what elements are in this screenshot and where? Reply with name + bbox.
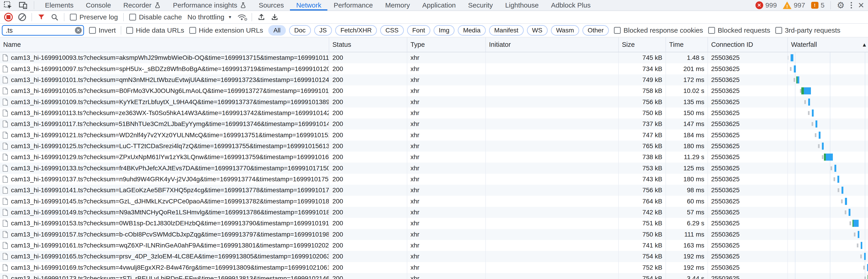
console-warnings-badge[interactable]: ! 997 [783, 1, 805, 9]
column-header-status[interactable]: Status [329, 37, 407, 52]
hide-data-urls-checkbox[interactable]: Hide data URLs [126, 27, 184, 34]
filter-pill-all[interactable]: All [268, 25, 286, 36]
document-icon [2, 153, 8, 161]
waterfall-queue-tick [864, 277, 866, 279]
table-row[interactable]: cam13_hi-1699910161.ts?checksum=wqZ6XP-I… [0, 240, 868, 251]
table-row[interactable]: cam13_hi-1699910093.ts?checksum=aksmpWhJ… [0, 52, 868, 63]
request-initiator [486, 74, 619, 85]
preserve-log-checkbox[interactable]: Preserve log [70, 13, 118, 21]
tab-console[interactable]: Console [80, 0, 117, 10]
filter-pill-other[interactable]: Other [582, 25, 609, 36]
request-connection-id: 25503625 [708, 119, 788, 129]
import-har-icon[interactable] [257, 13, 265, 21]
filter-pill-js[interactable]: JS [314, 25, 332, 36]
record-network-log-button[interactable] [4, 13, 13, 22]
tab-label: Recorder [123, 1, 151, 9]
issues-badge[interactable]: ! 5 [811, 1, 825, 9]
table-row[interactable]: cam13_hi-1699910105.ts?checksum=B0FrMo3V… [0, 85, 868, 96]
table-row[interactable]: cam13_hi-1699910137.ts?checksum=n9uhd9W4… [0, 174, 868, 185]
table-row[interactable]: cam13_hi-1699910129.ts?checksum=ZPxUxNpM… [0, 152, 868, 162]
waterfall-cell [788, 52, 868, 63]
export-har-icon[interactable] [271, 13, 279, 21]
inspect-element-icon[interactable] [4, 1, 12, 9]
filter-pill-css[interactable]: CSS [380, 25, 404, 36]
column-header-waterfall[interactable]: Waterfall ▲ [788, 37, 868, 52]
network-conditions-icon[interactable]: ⚙ [238, 13, 246, 21]
throttling-value: No throttling [187, 13, 224, 21]
column-header-type[interactable]: Type [407, 37, 486, 52]
table-row[interactable]: cam13_hi-1699910117.ts?checksum=51BNhTUe… [0, 119, 868, 129]
tab-memory[interactable]: Memory [379, 0, 416, 10]
tab-network[interactable]: Network [290, 0, 328, 10]
tab-elements[interactable]: Elements [39, 0, 80, 10]
waterfall-queue-tick [854, 232, 856, 236]
tab-adblock-plus[interactable]: Adblock Plus [545, 0, 596, 10]
table-row[interactable]: cam13_hi-1699910109.ts?checksum=KyYkETzr… [0, 96, 868, 107]
filter-pill-img[interactable]: Img [434, 25, 455, 36]
request-type: xhr [407, 162, 486, 174]
table-row[interactable]: cam13_hi-1699910157.ts?checksum=b-cObI8P… [0, 229, 868, 240]
tab-security[interactable]: Security [462, 0, 499, 10]
table-row[interactable]: cam13_hi-1699910121.ts?checksum=WD2nlf4y… [0, 129, 868, 141]
tab-recorder[interactable]: Recorder [117, 0, 167, 10]
filter-pill-doc[interactable]: Doc [289, 25, 311, 36]
invert-checkbox[interactable]: Invert [89, 27, 116, 34]
request-size: 754 kB [619, 251, 666, 262]
filter-icon[interactable] [37, 13, 45, 21]
console-errors-badge[interactable]: ✕ 999 [755, 1, 777, 9]
table-row[interactable]: cam13_hi-1699910125.ts?checksum=LuC-TT2t… [0, 141, 868, 152]
filter-pill-fetch-xhr[interactable]: Fetch/XHR [335, 25, 377, 36]
table-row[interactable]: cam13_hi-1699910133.ts?checksum=fr4BKvPh… [0, 162, 868, 174]
blocked-response-cookies-checkbox[interactable]: Blocked response cookies [614, 27, 703, 34]
column-header-initiator[interactable]: Initiator [486, 37, 619, 52]
request-status: 200 [329, 229, 407, 240]
table-row[interactable]: cam13_hi-1699910173.ts?checksum=zSTi_rBE… [0, 273, 868, 279]
table-row[interactable]: cam13_hi-1699910141.ts?checksum=LaGEoKzA… [0, 185, 868, 196]
waterfall-cell [788, 185, 868, 196]
table-row[interactable]: cam13_hi-1699910165.ts?checksum=prsv_4DP… [0, 251, 868, 262]
pill-label: Doc [294, 27, 306, 34]
hide-data-urls-label: Hide data URLs [136, 27, 184, 34]
more-options-icon[interactable] [851, 2, 852, 8]
clear-network-log-button[interactable] [18, 13, 26, 21]
search-icon[interactable] [51, 13, 58, 21]
waterfall-queue-tick [794, 78, 795, 82]
filter-pill-manifest[interactable]: Manifest [489, 25, 524, 36]
column-header-size[interactable]: Size [619, 37, 666, 52]
table-row[interactable]: cam13_hi-1699910169.ts?checksum=4vwulj8E… [0, 262, 868, 273]
tab-performance[interactable]: Performance [328, 0, 379, 10]
clear-filter-icon[interactable]: ✕ [75, 27, 82, 34]
table-row[interactable]: cam13_hi-1699910113.ts?checksum=ze363WX-… [0, 107, 868, 119]
tab-lighthouse[interactable]: Lighthouse [499, 0, 545, 10]
tab-sources[interactable]: Sources [252, 0, 290, 10]
column-header-connection-id[interactable]: Connection ID [708, 37, 788, 52]
third-party-requests-checkbox[interactable]: 3rd-party requests [775, 27, 840, 34]
document-icon [2, 198, 8, 205]
tab-performance-insights[interactable]: Performance insights [167, 0, 253, 10]
hide-extension-urls-checkbox[interactable]: Hide extension URLs [189, 27, 263, 34]
tab-application[interactable]: Application [416, 0, 462, 10]
filter-input[interactable] [2, 25, 84, 36]
table-row[interactable]: cam13_hi-1699910153.ts?checksum=0WB1sp-D… [0, 218, 868, 229]
table-row[interactable]: cam13_hi-1699910145.ts?checksum=GzL_dJHM… [0, 196, 868, 207]
filter-pill-font[interactable]: Font [407, 25, 430, 36]
blocked-requests-checkbox[interactable]: Blocked requests [708, 27, 770, 34]
table-row[interactable]: cam13_hi-1699910149.ts?checksum=N9a3MtNC… [0, 207, 868, 218]
request-connection-id: 25503625 [708, 273, 788, 279]
column-header-time[interactable]: Time [666, 37, 708, 52]
table-row[interactable]: cam13_hi-1699910101.ts?checksum=qmN3nMH2… [0, 74, 868, 85]
settings-gear-icon[interactable]: ⚙ [837, 1, 844, 9]
filter-pill-ws[interactable]: WS [527, 25, 548, 36]
filter-pill-media[interactable]: Media [458, 25, 486, 36]
disable-cache-checkbox[interactable]: Disable cache [129, 13, 182, 21]
request-type: xhr [407, 196, 486, 207]
close-devtools-icon[interactable]: ✕ [858, 1, 865, 9]
column-header-name[interactable]: Name [0, 37, 329, 52]
throttling-select[interactable]: No throttling ▼ [187, 13, 232, 21]
device-toolbar-icon[interactable] [19, 1, 27, 9]
table-row[interactable]: cam13_hi-1699910097.ts?checksum=spH5Ux-_… [0, 63, 868, 74]
pill-label: All [274, 27, 281, 34]
waterfall-header-label: Waterfall [791, 41, 817, 49]
filter-pill-wasm[interactable]: Wasm [551, 25, 579, 36]
request-initiator [486, 85, 619, 96]
